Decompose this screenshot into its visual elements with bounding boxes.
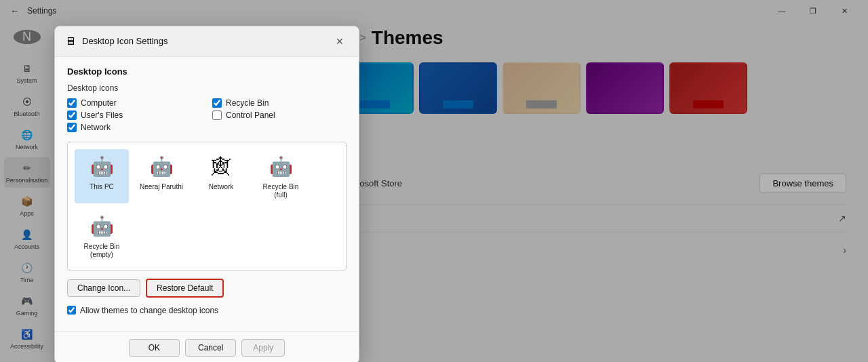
dialog-title-icon: 🖥 [64, 35, 77, 47]
desktop-icons-checkboxes: Computer Recycle Bin User's Files Contro… [67, 98, 347, 132]
checkbox-network-label: Network [81, 123, 111, 132]
checkbox-recyclebin[interactable]: Recycle Bin [212, 98, 347, 108]
apply-button[interactable]: Apply [241, 339, 285, 357]
checkbox-computer-input[interactable] [67, 98, 77, 108]
change-icon-button[interactable]: Change Icon... [67, 279, 140, 297]
icon-item-recyclebin-empty[interactable]: 🤖 Recycle Bin(empty) [75, 209, 129, 263]
icon-item-user[interactable]: 🤖 Neeraj Paruthi [134, 149, 189, 203]
checkbox-usersfiles[interactable]: User's Files [67, 110, 201, 120]
checkbox-controlpanel[interactable]: Control Panel [212, 110, 347, 120]
thispc-icon: 🤖 [88, 153, 115, 180]
user-icon: 🤖 [148, 153, 175, 180]
checkbox-computer[interactable]: Computer [67, 98, 201, 108]
dialog-body: Desktop Icons Desktop icons Computer Rec… [55, 57, 359, 331]
recyclebin-empty-icon: 🤖 [88, 213, 115, 240]
dialog-actions-row: Change Icon... Restore Default [67, 279, 347, 298]
icon-item-thispc[interactable]: 🤖 This PC [75, 149, 129, 203]
recyclebin-full-icon: 🤖 [267, 153, 294, 180]
allow-themes-checkbox[interactable] [67, 306, 76, 315]
thispc-label: This PC [90, 183, 114, 191]
ok-button[interactable]: OK [129, 339, 180, 357]
dialog-section-label: Desktop Icons [67, 66, 347, 77]
allow-themes-row[interactable]: Allow themes to change desktop icons [67, 306, 347, 315]
recyclebin-full-label: Recycle Bin(full) [263, 183, 299, 199]
checkbox-network[interactable]: Network [67, 123, 201, 132]
checkbox-usersfiles-input[interactable] [67, 110, 77, 120]
recyclebin-empty-label: Recycle Bin(empty) [84, 243, 120, 259]
checkbox-recyclebin-input[interactable] [212, 98, 222, 108]
checkbox-computer-label: Computer [81, 98, 117, 108]
dialog-close-button[interactable]: ✕ [330, 33, 349, 49]
allow-themes-label: Allow themes to change desktop icons [80, 306, 218, 315]
checkbox-network-input[interactable] [67, 123, 77, 132]
network-label: Network [209, 183, 234, 191]
dialog-titlebar: 🖥 Desktop Icon Settings ✕ [55, 26, 359, 57]
icons-preview: 🤖 This PC 🤖 Neeraj Paruthi 🕸 Network 🤖 R… [67, 142, 347, 270]
dialog-footer: OK Cancel Apply [55, 331, 359, 363]
checkbox-recyclebin-label: Recycle Bin [226, 98, 269, 108]
checkbox-usersfiles-label: User's Files [81, 110, 123, 120]
icon-item-recyclebin-full[interactable]: 🤖 Recycle Bin(full) [254, 149, 308, 203]
desktop-icons-sublabel: Desktop icons [67, 83, 347, 93]
icon-item-network[interactable]: 🕸 Network [194, 149, 248, 203]
desktop-icon-settings-dialog: 🖥 Desktop Icon Settings ✕ Desktop Icons … [54, 26, 359, 363]
checkbox-controlpanel-label: Control Panel [226, 110, 275, 120]
restore-default-button[interactable]: Restore Default [146, 279, 224, 298]
network-icon: 🕸 [208, 153, 235, 180]
checkbox-controlpanel-input[interactable] [212, 110, 222, 120]
dialog-overlay: 🖥 Desktop Icon Settings ✕ Desktop Icons … [0, 0, 868, 362]
user-label: Neeraj Paruthi [140, 183, 183, 191]
cancel-button[interactable]: Cancel [185, 339, 236, 357]
dialog-title-text: Desktop Icon Settings [82, 36, 330, 46]
